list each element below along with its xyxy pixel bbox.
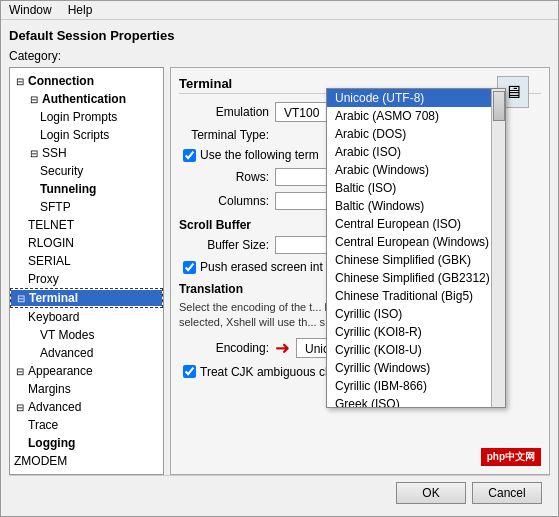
dialog-title: Default Session Properties (9, 28, 550, 43)
tree-item-terminal[interactable]: ⊟ Terminal (10, 288, 163, 308)
buffer-size-label: Buffer Size: (179, 238, 269, 252)
dropdown-item-ce-win[interactable]: Central European (Windows) (327, 233, 505, 251)
tree-label-appearance: Appearance (28, 364, 93, 378)
use-term-label: Use the following term (200, 148, 319, 162)
dialog-content: Default Session Properties Category: ⊟ C… (1, 20, 558, 517)
push-erased-checkbox[interactable] (183, 261, 196, 274)
tree-item-serial[interactable]: SERIAL (10, 252, 163, 270)
expand-icon-terminal: ⊟ (15, 292, 27, 304)
dropdown-item-cyr-iso[interactable]: Cyrillic (ISO) (327, 305, 505, 323)
menubar: Window Help (1, 1, 558, 20)
tree-label-login-scripts: Login Scripts (40, 128, 109, 142)
tree-item-vt-modes[interactable]: VT Modes (10, 326, 163, 344)
columns-label: Columns: (179, 194, 269, 208)
tree-item-telnet[interactable]: TELNET (10, 216, 163, 234)
tree-label-ssh: SSH (42, 146, 67, 160)
tree-item-margins[interactable]: Margins (10, 380, 163, 398)
tree-item-login-scripts[interactable]: Login Scripts (10, 126, 163, 144)
tree-item-authentication[interactable]: ⊟ Authentication (10, 90, 163, 108)
tree-item-zmodem[interactable]: ZMODEM (10, 452, 163, 470)
dropdown-item-chs-gbk[interactable]: Chinese Simplified (GBK) (327, 251, 505, 269)
dropdown-item-cyr-koi8r[interactable]: Cyrillic (KOI8-R) (327, 323, 505, 341)
dropdown-item-asmo708[interactable]: Arabic (ASMO 708) (327, 107, 505, 125)
tree-label-connection: Connection (28, 74, 94, 88)
terminal-icon: 🖥 (504, 82, 522, 103)
category-tree: ⊟ Connection ⊟ Authentication Login Prom… (9, 67, 164, 475)
tree-item-keyboard[interactable]: Keyboard (10, 308, 163, 326)
treat-cjk-checkbox[interactable] (183, 365, 196, 378)
menu-window[interactable]: Window (5, 1, 56, 19)
dropdown-item-cyr-win[interactable]: Cyrillic (Windows) (327, 359, 505, 377)
expand-icon-appearance: ⊟ (14, 365, 26, 377)
tree-item-sftp[interactable]: SFTP (10, 198, 163, 216)
tree-item-tunneling[interactable]: Tunneling (10, 180, 163, 198)
tree-label-advanced-term: Advanced (40, 346, 93, 360)
tree-label-terminal: Terminal (29, 291, 78, 305)
tree-label-margins: Margins (28, 382, 71, 396)
tree-item-trace[interactable]: Trace (10, 416, 163, 434)
dropdown-item-arabic-dos[interactable]: Arabic (DOS) (327, 125, 505, 143)
expand-icon-connection: ⊟ (14, 75, 26, 87)
tree-item-appearance[interactable]: ⊟ Appearance (10, 362, 163, 380)
tree-label-telnet: TELNET (28, 218, 74, 232)
tree-label-auth: Authentication (42, 92, 126, 106)
dropdown-item-cyr-ibm[interactable]: Cyrillic (IBM-866) (327, 377, 505, 395)
tree-item-proxy[interactable]: Proxy (10, 270, 163, 288)
expand-icon-ssh: ⊟ (28, 147, 40, 159)
tree-label-keyboard: Keyboard (28, 310, 79, 324)
category-label: Category: (9, 49, 61, 63)
tree-label-logging: Logging (28, 436, 75, 450)
main-area: ⊟ Connection ⊟ Authentication Login Prom… (9, 67, 550, 475)
dropdown-item-cht-big5[interactable]: Chinese Traditional (Big5) (327, 287, 505, 305)
use-term-checkbox[interactable] (183, 149, 196, 162)
terminal-type-label: Terminal Type: (179, 128, 269, 142)
tree-label-login-prompts: Login Prompts (40, 110, 117, 124)
tree-label-trace: Trace (28, 418, 58, 432)
tree-label-tunneling: Tunneling (40, 182, 96, 196)
dropdown-item-ce-iso[interactable]: Central European (ISO) (327, 215, 505, 233)
right-panel: Terminal Emulation VT100 Terminal Type: … (170, 67, 550, 475)
tree-label-serial: SERIAL (28, 254, 71, 268)
scrollbar-thumb[interactable] (493, 91, 505, 121)
dropdown-item-baltic-win[interactable]: Baltic (Windows) (327, 197, 505, 215)
tree-item-rlogin[interactable]: RLOGIN (10, 234, 163, 252)
tree-item-advanced[interactable]: ⊟ Advanced (10, 398, 163, 416)
dropdown-item-baltic-iso[interactable]: Baltic (ISO) (327, 179, 505, 197)
ok-button[interactable]: OK (396, 482, 466, 504)
dropdown-item-arabic-iso[interactable]: Arabic (ISO) (327, 143, 505, 161)
footer-buttons: OK Cancel (9, 475, 550, 510)
tree-label-vt-modes: VT Modes (40, 328, 94, 342)
tree-item-security[interactable]: Security (10, 162, 163, 180)
dropdown-item-greek-iso[interactable]: Greek (ISO) (327, 395, 505, 408)
tree-label-rlogin: RLOGIN (28, 236, 74, 250)
tree-item-advanced-term[interactable]: Advanced (10, 344, 163, 362)
dropdown-item-utf8[interactable]: Unicode (UTF-8) (327, 89, 505, 107)
emulation-label: Emulation (179, 105, 269, 119)
php-badge: php中文网 (481, 448, 541, 466)
dropdown-item-cyr-koi8u[interactable]: Cyrillic (KOI8-U) (327, 341, 505, 359)
tree-label-proxy: Proxy (28, 272, 59, 286)
dropdown-item-arabic-win[interactable]: Arabic (Windows) (327, 161, 505, 179)
main-window: Window Help Default Session Properties C… (0, 0, 559, 517)
dropdown-scrollbar[interactable] (491, 89, 505, 407)
expand-icon-advanced: ⊟ (14, 401, 26, 413)
encoding-dropdown[interactable]: Unicode (UTF-8) Arabic (ASMO 708) Arabic… (326, 88, 506, 408)
expand-icon-auth: ⊟ (28, 93, 40, 105)
tree-item-logging[interactable]: Logging (10, 434, 163, 452)
tree-label-zmodem: ZMODEM (14, 454, 67, 468)
encoding-label: Encoding: (179, 341, 269, 355)
dropdown-item-chs-gb2312[interactable]: Chinese Simplified (GB2312) (327, 269, 505, 287)
cancel-button[interactable]: Cancel (472, 482, 542, 504)
tree-label-advanced: Advanced (28, 400, 81, 414)
menu-help[interactable]: Help (64, 1, 97, 19)
tree-item-ssh[interactable]: ⊟ SSH (10, 144, 163, 162)
push-erased-label: Push erased screen int (200, 260, 323, 274)
tree-item-login-prompts[interactable]: Login Prompts (10, 108, 163, 126)
rows-label: Rows: (179, 170, 269, 184)
tree-label-security: Security (40, 164, 83, 178)
tree-label-sftp: SFTP (40, 200, 71, 214)
tree-item-connection[interactable]: ⊟ Connection (10, 72, 163, 90)
arrow-indicator: ➜ (275, 337, 290, 359)
